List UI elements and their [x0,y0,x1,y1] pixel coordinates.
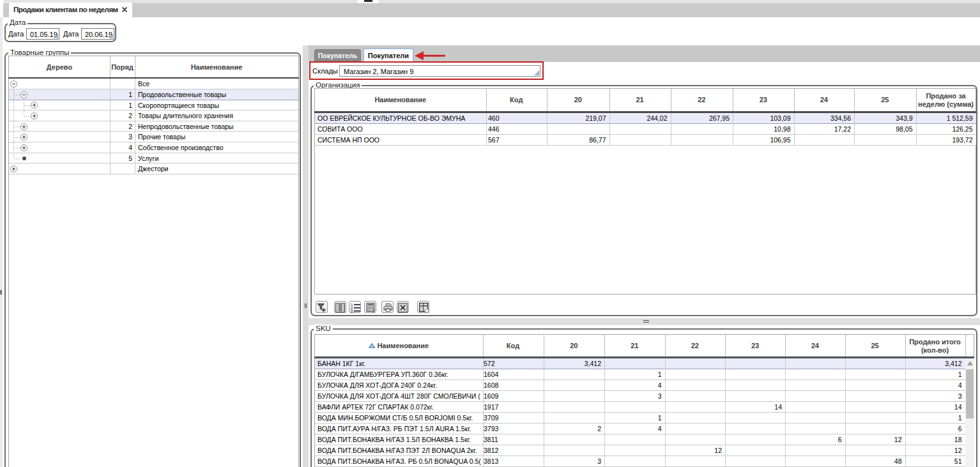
svg-text:3: 3 [351,309,353,312]
